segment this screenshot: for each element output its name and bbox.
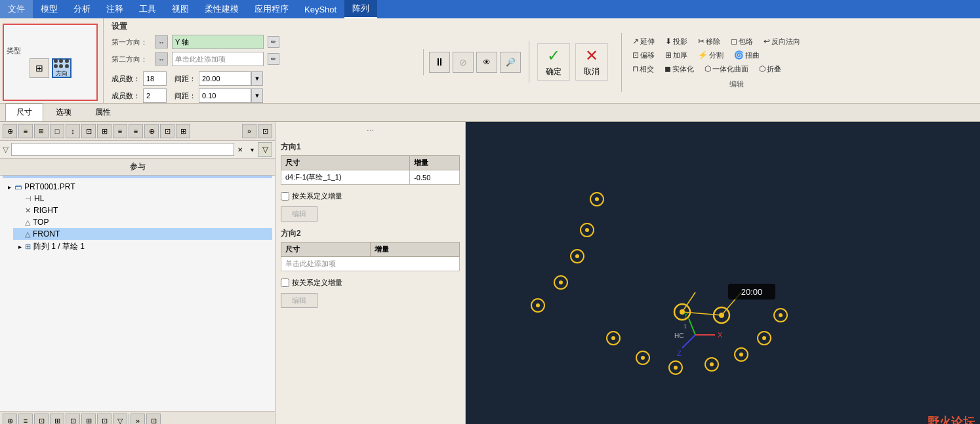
rt-unify-surface[interactable]: ⬡一体化曲面 — [702, 63, 751, 75]
sb-btn-7[interactable]: ⊞ — [97, 124, 112, 138]
sbb-btn6[interactable]: ⊞ — [81, 414, 96, 424]
dir2-input[interactable] — [172, 52, 264, 66]
tab-dimensions[interactable]: 尺寸 — [5, 104, 43, 121]
svg-text:HC: HC — [674, 332, 684, 339]
checkbox1[interactable] — [281, 192, 289, 201]
dist1-dropdown[interactable]: ▼ — [251, 71, 263, 86]
sb-btn-2[interactable]: ≡ — [18, 124, 33, 138]
tab-options[interactable]: 选项 — [45, 104, 83, 121]
sbb-btn10[interactable]: ⊡ — [146, 414, 161, 424]
checkbox2-label: 按关系定义增量 — [292, 278, 342, 288]
svg-text:X: X — [718, 331, 723, 339]
sb-btn-8[interactable]: ≡ — [113, 124, 127, 138]
menu-annotation[interactable]: 注释 — [98, 0, 131, 18]
rt-extend[interactable]: ↗延伸 — [630, 35, 657, 48]
sb-btn-12[interactable]: ⊞ — [176, 124, 190, 138]
menu-analysis[interactable]: 分析 — [66, 0, 98, 18]
sbb-btn4[interactable]: ⊞ — [50, 414, 64, 424]
sb-btn-3[interactable]: ⊞ — [34, 124, 49, 138]
dim1-cell-inc[interactable]: -0.50 — [410, 170, 460, 185]
viewport[interactable]: 20:00 X Y 1 Z HC — [466, 122, 980, 424]
tab-properties[interactable]: 属性 — [84, 104, 122, 121]
sb-btn-9[interactable]: ≡ — [129, 124, 143, 138]
type-icon-dir[interactable]: 方向 — [52, 58, 71, 78]
stop-button[interactable]: ⊘ — [453, 52, 474, 73]
checkbox2[interactable] — [281, 279, 289, 287]
menu-array[interactable]: 阵列 — [344, 0, 377, 18]
menu-file[interactable]: 文件 — [0, 0, 33, 18]
sbb-btn5[interactable]: ⊡ — [66, 414, 80, 424]
menu-apps[interactable]: 应用程序 — [247, 0, 296, 18]
menu-keyshot[interactable]: KeyShot — [296, 0, 344, 18]
dir2-icon[interactable]: ↔ — [155, 52, 168, 66]
menu-flex-model[interactable]: 柔性建模 — [197, 0, 247, 18]
rt-twist[interactable]: 🌀扭曲 — [731, 49, 762, 62]
edit1-button[interactable]: 编辑 — [281, 206, 317, 222]
sb-btn-scroll[interactable]: ⊡ — [258, 124, 272, 138]
rt-wrap[interactable]: ◻包络 — [728, 35, 756, 48]
rt-solidify[interactable]: ◼实体化 — [662, 63, 697, 75]
tree-item-array[interactable]: ▸ ⊞ 阵列 1 / 草绘 1 — [13, 240, 272, 254]
menu-tools[interactable]: 工具 — [131, 0, 164, 18]
sb-btn-5[interactable]: ↕ — [66, 124, 80, 138]
preview-button[interactable]: 👁 — [476, 52, 497, 73]
sb-btn-6[interactable]: ⊡ — [81, 124, 96, 138]
rt-reverse-normal[interactable]: ↩反向法向 — [761, 35, 803, 48]
tree-item-front[interactable]: △ FRONT — [13, 228, 272, 240]
prt-expand[interactable]: ▸ — [5, 183, 13, 191]
rt-intersect[interactable]: ⊓相交 — [630, 63, 657, 75]
dist1-input[interactable] — [199, 71, 251, 86]
cancel-button[interactable]: ✕ 取消 — [575, 43, 608, 81]
sb-btn-10[interactable]: ⊕ — [144, 124, 159, 138]
rt-fold[interactable]: ⬡折叠 — [756, 63, 784, 75]
sbb-btn1[interactable]: ⊕ — [3, 414, 17, 424]
array-expand[interactable]: ▸ — [16, 243, 24, 250]
tree-item-hl[interactable]: ⊣ HL — [13, 193, 272, 204]
rt-project[interactable]: ⬇投影 — [663, 35, 690, 48]
tree-item-right[interactable]: ✕ RIGHT — [13, 204, 272, 216]
tree-item-prt[interactable]: ▸ 🗃 PRT0001.PRT — [3, 181, 272, 193]
filter-clear[interactable]: ✕ — [234, 144, 246, 155]
watermark-logo: 野火论坛 — [928, 414, 975, 424]
sbb-btn2[interactable]: ≡ — [18, 414, 33, 424]
sb-btn-more[interactable]: » — [242, 124, 256, 138]
tooltip-text: 20:00 — [741, 287, 763, 297]
dir1-icon[interactable]: ↔ — [155, 35, 168, 48]
filter-extra-icon[interactable]: ▽ — [258, 142, 272, 157]
dir2-edit-icon[interactable]: ✏ — [268, 53, 279, 65]
dim2-placeholder[interactable]: 单击此处添加项 — [281, 257, 460, 271]
rt-split[interactable]: ⚡分割 — [695, 49, 726, 62]
dim1-row[interactable]: d4:F-1(草绘_1_1) -0.50 — [281, 170, 460, 185]
rt-remove[interactable]: ✂移除 — [695, 35, 723, 48]
sbb-btn7[interactable]: ⊡ — [97, 414, 112, 424]
count1-input[interactable] — [143, 71, 167, 86]
count2-input[interactable] — [143, 88, 167, 103]
edit2-button[interactable]: 编辑 — [281, 293, 317, 308]
menu-view[interactable]: 视图 — [164, 0, 197, 18]
dir1-edit-icon[interactable]: ✏ — [268, 36, 279, 48]
pause-button[interactable]: ⏸ — [429, 52, 450, 73]
sbb-btn9[interactable]: » — [131, 414, 145, 424]
rt-thicken[interactable]: ⊞加厚 — [663, 49, 690, 62]
dist2-input[interactable] — [199, 88, 251, 103]
dim1-cell-dim[interactable]: d4:F-1(草绘_1_1) — [281, 170, 410, 185]
filter-input[interactable] — [11, 143, 234, 156]
dim2-placeholder-row[interactable]: 单击此处添加项 — [281, 257, 460, 271]
sb-btn-4[interactable]: □ — [50, 124, 64, 138]
dist1-wrap: ▼ — [199, 71, 263, 86]
filter-more[interactable]: ▾ — [246, 144, 258, 155]
sbb-btn8[interactable]: ▽ — [113, 414, 127, 424]
type-icon-grid[interactable]: ⊞ — [30, 58, 49, 78]
dist2-dropdown[interactable]: ▼ — [251, 88, 263, 103]
sb-btn-11[interactable]: ⊡ — [160, 124, 174, 138]
sb-btn-1[interactable]: ⊕ — [3, 124, 17, 138]
preview2-button[interactable]: 🔎 — [500, 52, 521, 73]
rt-offset[interactable]: ⊡偏移 — [630, 49, 657, 62]
menu-model[interactable]: 模型 — [33, 0, 66, 18]
dir1-input[interactable] — [172, 35, 264, 49]
confirm-button[interactable]: ✓ 确定 — [537, 43, 570, 81]
cancel-label: 取消 — [584, 66, 600, 77]
svg-line-2 — [689, 318, 695, 335]
tree-item-top[interactable]: △ TOP — [13, 216, 272, 228]
sbb-btn3[interactable]: ⊡ — [34, 414, 49, 424]
